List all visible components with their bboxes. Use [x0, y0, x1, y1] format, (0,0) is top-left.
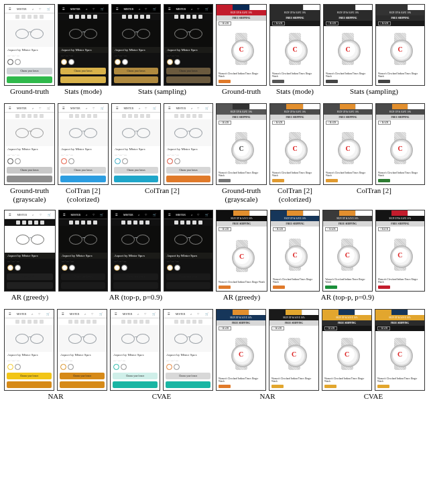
search-icon: ⌕: [86, 7, 87, 11]
secondary-band: Choose your lenses: [60, 373, 105, 379]
top-logo-bar: [324, 104, 372, 109]
product-image: [164, 119, 212, 146]
heart-icon: ♡: [197, 107, 200, 110]
logo-text: MISTER: [70, 312, 80, 316]
product-meta: — · — · —: [111, 259, 160, 263]
search-icon: ⌕: [86, 213, 87, 216]
free-shipping-banner: FREE SHIPPING: [324, 15, 372, 21]
cell-gl-nar: ☰ MISTER ⌕ ♡ 🛒 Aspect by Mister Spex — ·…: [4, 309, 107, 405]
menu-icon: ☰: [168, 312, 170, 316]
glasses-icon: [14, 334, 45, 343]
thumb-glasses: ☰ MISTER ⌕ ♡ 🛒 Aspect by Mister Spex — ·…: [58, 103, 109, 185]
back-button: < BACK: [219, 121, 231, 125]
logo-text: MISTER: [71, 213, 81, 216]
color-swatches: [112, 58, 160, 66]
heart-icon: ♡: [40, 213, 42, 216]
cell-gl-col: ☰ MISTER ⌕ ♡ 🛒 Aspect by Mister Spex — ·…: [58, 103, 109, 207]
cell-gl-sampling: ☰ MISTER ⌕ ♡ 🛒 Aspect by Mister Spex — ·…: [111, 4, 213, 101]
thumb-glasses: ☰ MISTER ⌕ ♡ 🛒 Aspect by Mister Spex — ·…: [111, 103, 161, 185]
thumb-glasses: ☰ MISTER ⌕ ♡ 🛒 Aspect by Mister Spex — ·…: [57, 309, 107, 391]
heart-icon: ♡: [39, 7, 42, 11]
app-header: ☰ MISTER ⌕ ♡ 🛒: [58, 5, 108, 13]
cell-gl-gtgray: ☰ MISTER ⌕ ♡ 🛒 Aspect by Mister Spex — ·…: [4, 103, 55, 207]
menu-icon: ☰: [62, 107, 65, 110]
product-image: C: [270, 26, 320, 71]
search-icon: ⌕: [137, 312, 139, 316]
free-shipping-banner: FREE SHIPPING: [323, 221, 371, 227]
cart-icon: 🛒: [101, 7, 104, 11]
heart-icon: ♡: [93, 107, 95, 110]
price-chip: [325, 286, 337, 289]
color-swatches: [112, 157, 160, 166]
glasses-icon: [67, 334, 98, 343]
top-logo-bar: [322, 310, 371, 315]
row-4: ☰ MISTER ⌕ ♡ 🛒 Aspect by Mister Spex — ·…: [4, 309, 425, 405]
search-icon: ⌕: [191, 213, 192, 216]
product-image: C: [217, 232, 267, 279]
glasses-icon: [173, 29, 204, 38]
search-icon: ⌕: [84, 312, 86, 316]
price-chip: [324, 385, 336, 388]
menu-icon: ☰: [168, 7, 171, 11]
cell-wt-col: SIGN UP & SAVE 10% FREE SHIPPING < BACK …: [269, 103, 320, 207]
primary-cta: [113, 381, 158, 388]
primary-cta: [7, 381, 52, 388]
top-logo-bar: [376, 210, 424, 216]
back-bar: < BACK: [322, 326, 371, 331]
product-title: Women's Cleveland Indians Timex Ringer W…: [375, 376, 424, 384]
thumb-watch: SIGN UP & SAVE 10% FREE SHIPPING < BACK …: [323, 4, 373, 86]
thumb-glasses: ☰ MISTER ⌕ ♡ 🛒 Aspect by Mister Spex — ·…: [164, 103, 213, 185]
app-header: ☰ MISTER ⌕ ♡ 🛒: [111, 310, 160, 318]
back-bar: < BACK: [217, 120, 266, 125]
search-icon: ⌕: [32, 107, 34, 110]
product-name: Aspect by Mister Spex: [5, 47, 54, 53]
product-meta: — · — · —: [58, 358, 107, 363]
search-icon: ⌕: [86, 107, 87, 110]
app-header: ☰ MISTER ⌕ ♡ 🛒: [164, 310, 212, 318]
app-header: ☰ MISTER ⌕ ♡ 🛒: [164, 104, 212, 113]
logo-text: MISTER: [17, 213, 27, 216]
secondary-band: Choose your lenses: [7, 167, 52, 174]
cap: ColTran [2]: [145, 186, 180, 196]
product-meta: — · — · —: [164, 259, 212, 263]
free-shipping-banner: FREE SHIPPING: [217, 15, 266, 21]
watch-icon: C: [386, 132, 414, 164]
icon-row: [5, 318, 54, 325]
heart-icon: ♡: [93, 213, 95, 216]
back-button: < BACK: [324, 326, 337, 330]
icon-row: [164, 13, 212, 20]
back-button: < BACK: [378, 227, 391, 231]
cart-icon: 🛒: [47, 7, 50, 11]
secondary-band: Choose your lenses: [166, 68, 210, 74]
color-swatches: [164, 263, 212, 272]
product-image: C: [271, 232, 319, 277]
thumb-watch: SIGN UP & SAVE 10% FREE SHIPPING < BACK …: [322, 210, 372, 292]
free-shipping-banner: FREE SHIPPING: [376, 221, 424, 227]
watch-icon: C: [227, 338, 255, 370]
product-name: Aspect by Mister Spex: [58, 352, 107, 358]
cap: NAR: [259, 392, 275, 401]
cart-icon: 🛒: [46, 312, 50, 316]
heart-icon: ♡: [197, 213, 200, 216]
back-button: < BACK: [273, 227, 286, 231]
color-swatches: [5, 263, 55, 272]
product-image: C: [376, 125, 424, 170]
heart-icon: ♡: [197, 7, 200, 11]
icon-row: [58, 13, 108, 20]
cell-gl-artopp: ☰ MISTER ⌕ ♡ 🛒 Aspect by Mister Spex — ·…: [58, 210, 213, 306]
back-bar: < BACK: [376, 120, 424, 125]
secondary-band: Choose your lenses: [7, 373, 52, 379]
signup-banner: SIGN UP & SAVE 10%: [217, 216, 267, 221]
product-meta: — · — · —: [58, 152, 108, 157]
app-header: ☰ MISTER ⌕ ♡ 🛒: [58, 104, 108, 113]
back-button: < BACK: [325, 227, 338, 231]
secondary-band: Choose your lenses: [61, 273, 105, 280]
color-swatches: [5, 58, 54, 66]
menu-icon: ☰: [168, 107, 171, 110]
back-button: < BACK: [271, 326, 284, 330]
back-bar: < BACK: [376, 21, 424, 26]
thumb-glasses: ☰ MISTER ⌕ ♡ 🛒 Aspect by Mister Spex — ·…: [163, 309, 213, 391]
logo-text: MISTER: [123, 107, 133, 110]
glasses-icon: [173, 334, 204, 343]
product-meta: — · — · —: [58, 53, 108, 58]
